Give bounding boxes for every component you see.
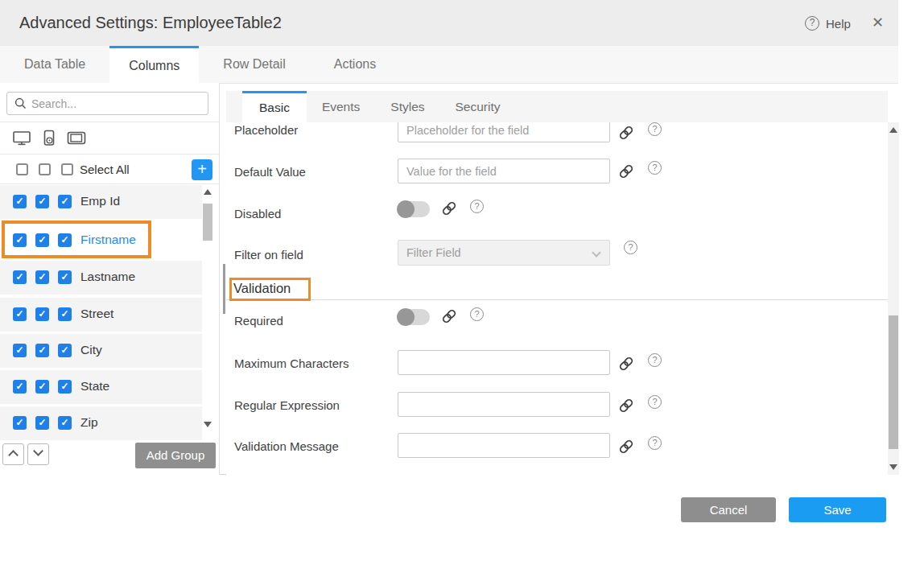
checkbox-mobile[interactable]: ✓ xyxy=(35,416,49,430)
tab-spacer xyxy=(226,91,242,122)
checkbox-desktop[interactable]: ✓ xyxy=(13,195,27,208)
tab-actions[interactable]: Actions xyxy=(310,46,400,83)
list-item-street[interactable]: ✓ ✓ ✓ Street xyxy=(0,298,202,332)
search-row xyxy=(0,83,220,122)
placeholder-input[interactable] xyxy=(398,122,610,142)
help-button[interactable]: ? Help xyxy=(805,15,851,31)
toggle-knob xyxy=(397,200,415,218)
checkbox-tablet[interactable]: ✓ xyxy=(58,233,72,247)
list-item-emp-id[interactable]: ✓ ✓ ✓ Emp Id xyxy=(0,185,202,219)
basic-settings-form: Placeholder ? Default Value ? Disabled ?… xyxy=(226,122,888,475)
save-button[interactable]: Save xyxy=(789,497,886,522)
scroll-down-icon[interactable] xyxy=(889,464,897,470)
tab-row-detail[interactable]: Row Detail xyxy=(199,46,309,83)
checkbox-tablet[interactable]: ✓ xyxy=(58,270,72,284)
required-toggle[interactable] xyxy=(398,309,430,325)
checkbox-desktop[interactable]: ✓ xyxy=(13,307,27,321)
link-icon[interactable] xyxy=(618,439,634,455)
link-icon[interactable] xyxy=(618,356,634,372)
validation-message-input[interactable] xyxy=(398,433,610,458)
search-input[interactable] xyxy=(31,97,208,110)
list-item-city[interactable]: ✓ ✓ ✓ City xyxy=(0,334,202,368)
select-all-checkbox-tablet[interactable] xyxy=(61,163,73,175)
filter-field-select[interactable]: Filter Field xyxy=(398,240,610,266)
select-all-checkbox-desktop[interactable] xyxy=(16,163,28,175)
checkbox-mobile[interactable]: ✓ xyxy=(35,195,49,208)
help-icon[interactable]: ? xyxy=(648,353,662,367)
help-icon[interactable]: ? xyxy=(470,200,484,213)
column-label: Firstname xyxy=(80,233,136,247)
add-column-button[interactable]: + xyxy=(192,159,212,180)
checkbox-mobile[interactable]: ✓ xyxy=(35,380,49,394)
close-icon[interactable]: ✕ xyxy=(872,14,884,31)
column-label: Lastname xyxy=(80,270,135,284)
help-icon[interactable]: ? xyxy=(470,307,484,321)
checkbox-tablet[interactable]: ✓ xyxy=(58,195,72,208)
regular-expression-label: Regular Expression xyxy=(234,398,340,412)
desktop-icon[interactable] xyxy=(12,130,31,146)
list-item-firstname[interactable]: ✓ ✓ ✓ Firstname xyxy=(0,224,202,258)
scroll-up-icon[interactable] xyxy=(204,189,212,195)
mobile-icon[interactable] xyxy=(40,130,58,146)
help-icon[interactable]: ? xyxy=(648,436,662,450)
form-scrollbar[interactable] xyxy=(888,122,899,475)
validation-section-title: Validation xyxy=(233,280,295,299)
link-icon[interactable] xyxy=(441,200,457,216)
checkbox-tablet[interactable]: ✓ xyxy=(58,307,72,321)
link-icon[interactable] xyxy=(618,125,634,141)
checkbox-tablet[interactable]: ✓ xyxy=(58,344,72,357)
scroll-up-icon[interactable] xyxy=(889,127,897,133)
checkbox-mobile[interactable]: ✓ xyxy=(35,307,49,321)
toggle-knob xyxy=(397,308,415,326)
regular-expression-input[interactable] xyxy=(398,392,610,417)
select-all-checkbox-mobile[interactable] xyxy=(39,163,51,175)
tab-data-table[interactable]: Data Table xyxy=(0,46,109,83)
checkbox-desktop[interactable]: ✓ xyxy=(13,344,27,357)
help-icon[interactable]: ? xyxy=(648,122,662,136)
device-icon-row xyxy=(0,122,220,155)
link-icon[interactable] xyxy=(441,308,457,324)
checkbox-mobile[interactable]: ✓ xyxy=(35,233,49,247)
checkbox-mobile[interactable]: ✓ xyxy=(35,270,49,284)
add-group-button[interactable]: Add Group xyxy=(135,443,216,468)
disabled-toggle[interactable] xyxy=(398,201,430,217)
move-down-button[interactable] xyxy=(27,443,49,465)
maximum-characters-label: Maximum Characters xyxy=(234,357,349,370)
tab-security[interactable]: Security xyxy=(440,91,516,122)
list-item-zip[interactable]: ✓ ✓ ✓ Zip xyxy=(0,406,202,440)
tab-basic[interactable]: Basic xyxy=(242,91,307,122)
list-item-lastname[interactable]: ✓ ✓ ✓ Lastname xyxy=(0,261,202,295)
checkbox-tablet[interactable]: ✓ xyxy=(58,416,72,430)
cancel-button[interactable]: Cancel xyxy=(681,497,776,522)
tablet-icon[interactable] xyxy=(67,130,86,146)
checkbox-desktop[interactable]: ✓ xyxy=(13,233,27,247)
checkbox-tablet[interactable]: ✓ xyxy=(58,380,72,394)
checkbox-desktop[interactable]: ✓ xyxy=(13,270,27,284)
search-box[interactable] xyxy=(6,92,208,115)
help-icon[interactable]: ? xyxy=(624,241,637,254)
checkbox-desktop[interactable]: ✓ xyxy=(13,380,27,394)
column-label: State xyxy=(80,379,109,394)
scrollbar-thumb[interactable] xyxy=(889,315,898,449)
maximum-characters-input[interactable] xyxy=(398,350,610,375)
default-value-input[interactable] xyxy=(398,159,610,183)
tab-styles[interactable]: Styles xyxy=(375,91,439,122)
filter-field-value: Filter Field xyxy=(406,246,461,259)
checkbox-mobile[interactable]: ✓ xyxy=(35,344,49,357)
scrollbar-thumb[interactable] xyxy=(203,204,212,241)
column-list-scrollbar[interactable] xyxy=(202,187,213,436)
tab-events[interactable]: Events xyxy=(307,91,375,122)
link-icon[interactable] xyxy=(618,398,634,414)
help-icon[interactable]: ? xyxy=(648,161,662,175)
panel-divider-scrollbar-thumb[interactable] xyxy=(223,264,225,314)
scroll-down-icon[interactable] xyxy=(204,422,212,427)
checkbox-desktop[interactable]: ✓ xyxy=(13,416,27,430)
select-all-label: Select All xyxy=(80,163,130,176)
dialog-titlebar: Advanced Settings: EmployeeTable2 ? Help… xyxy=(0,0,898,46)
tab-columns[interactable]: Columns xyxy=(109,46,199,83)
link-icon[interactable] xyxy=(618,163,634,179)
column-label: Zip xyxy=(80,415,98,430)
move-up-button[interactable] xyxy=(2,443,24,465)
list-item-state[interactable]: ✓ ✓ ✓ State xyxy=(0,370,202,404)
help-icon[interactable]: ? xyxy=(648,395,662,409)
